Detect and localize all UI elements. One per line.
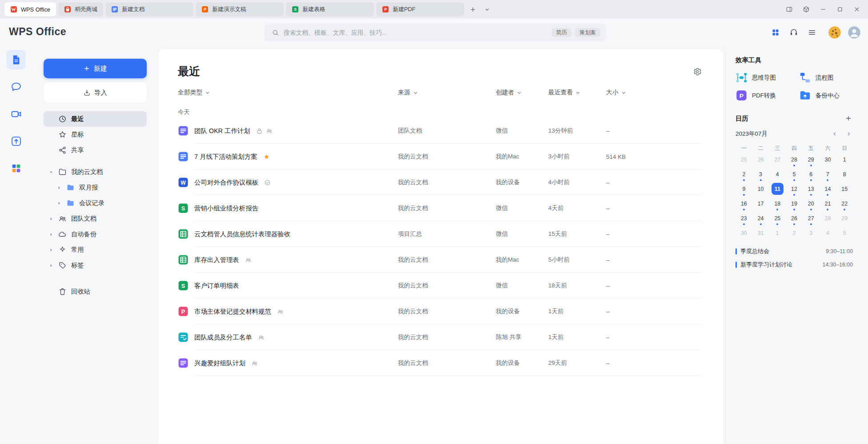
calendar-day[interactable]: 18	[769, 196, 786, 211]
support-button[interactable]	[788, 27, 800, 38]
calendar-day[interactable]: 25	[735, 152, 752, 167]
sidebar-item-meeting-notes[interactable]: 会议记录	[44, 195, 147, 211]
rail-meetings[interactable]	[6, 104, 26, 124]
calendar-day[interactable]: 19	[786, 196, 803, 211]
new-tab-button[interactable]	[467, 4, 478, 15]
rail-docs[interactable]	[6, 50, 26, 69]
tool-pdf-convert[interactable]: P PDF转换	[735, 89, 799, 101]
calendar-day[interactable]: 13	[803, 182, 820, 196]
calendar-day[interactable]: 4	[820, 226, 836, 240]
calendar-day[interactable]: 6	[803, 167, 820, 182]
sidebar-item-bimonthly-report[interactable]: 双月报	[44, 180, 147, 195]
file-row[interactable]: 团队 OKR 工作计划 团队文档 微信 13分钟前 –	[178, 118, 702, 144]
calendar-day[interactable]: 31	[752, 226, 769, 240]
sidebar-item-tags[interactable]: 标签	[44, 258, 147, 273]
calendar-day[interactable]: 9	[735, 182, 752, 196]
window-tab[interactable]: 稻壳商城	[58, 2, 103, 16]
calendar-day[interactable]: 8	[836, 167, 853, 182]
calendar-day[interactable]: 30	[820, 152, 836, 167]
search-input[interactable]	[284, 29, 552, 36]
view-grid-button[interactable]	[770, 27, 781, 38]
calendar-day[interactable]: 23	[735, 211, 752, 226]
import-button[interactable]: 导入	[44, 83, 147, 102]
calendar-day[interactable]: 30	[735, 226, 752, 240]
calendar-day[interactable]: 29	[803, 152, 820, 167]
member-badge[interactable]	[828, 26, 841, 39]
calendar-day[interactable]: 17	[752, 196, 769, 211]
calendar-day[interactable]: 27	[803, 211, 820, 226]
search-tag[interactable]: 简历	[552, 28, 572, 37]
filter-size[interactable]: 大小	[606, 89, 702, 97]
file-row[interactable]: 云文档管人员信息统计表理器验收 项目汇总 微信 15天前 –	[178, 221, 702, 247]
calendar-prev-button[interactable]	[831, 130, 839, 138]
calendar-day[interactable]: 25	[769, 211, 786, 226]
rail-apps[interactable]	[6, 158, 26, 178]
maximize-button[interactable]	[833, 3, 847, 16]
calendar-day[interactable]: 21	[820, 196, 836, 211]
calendar-day[interactable]: 22	[836, 196, 853, 211]
calendar-day[interactable]: 1	[769, 226, 786, 240]
calendar-day[interactable]: 26	[752, 152, 769, 167]
apps-box-button[interactable]	[800, 3, 813, 16]
sidebar-item-frequent[interactable]: 常用	[44, 242, 147, 258]
sidebar-item-team-docs[interactable]: 团队文档	[44, 211, 147, 226]
calendar-day[interactable]: 14	[820, 182, 836, 196]
calendar-event[interactable]: 季度总结会 9:30–11:00	[735, 245, 853, 258]
rail-cloud[interactable]	[6, 131, 26, 151]
window-tab[interactable]: WPS Office	[4, 2, 56, 16]
sidebar-item-my-cloud-docs[interactable]: 我的云文档	[44, 164, 147, 180]
sidebar-item-shared[interactable]: 共享	[44, 142, 147, 158]
tab-list-button[interactable]	[481, 4, 493, 15]
file-row[interactable]: S 客户订单明细表 我的云文档 微信 18天前 –	[178, 273, 702, 299]
window-tab[interactable]: P 新建演示文稿	[196, 2, 284, 16]
search-bar[interactable]: 简历策划案	[265, 24, 606, 41]
file-row[interactable]: S 营销小组业绩分析报告 我的云文档 微信 4天前 –	[178, 195, 702, 221]
tool-mindmap[interactable]: 思维导图	[735, 72, 799, 84]
layout-toggle-button[interactable]	[783, 3, 796, 16]
calendar-day[interactable]: 5	[836, 226, 853, 240]
user-avatar[interactable]	[848, 26, 861, 39]
calendar-day[interactable]: 3	[803, 226, 820, 240]
file-row[interactable]: P 市场主体登记提交材料规范 我的云文档 我的设备 1天前 –	[178, 299, 702, 324]
calendar-day[interactable]: 28	[820, 211, 836, 226]
calendar-day[interactable]: 20	[803, 196, 820, 211]
menu-button[interactable]	[806, 27, 818, 38]
calendar-day[interactable]: 27	[769, 152, 786, 167]
calendar-day[interactable]: 1	[836, 152, 853, 167]
calendar-day[interactable]: 26	[786, 211, 803, 226]
calendar-day[interactable]: 2	[735, 167, 752, 182]
calendar-day[interactable]: 15	[836, 182, 853, 196]
file-row[interactable]: 7 月线下活动策划方案 我的云文档 我的Mac 3小时前 514 KB	[178, 144, 702, 170]
calendar-day[interactable]: 3	[752, 167, 769, 182]
calendar-day[interactable]: 4	[769, 167, 786, 182]
calendar-day[interactable]: 10	[752, 182, 769, 196]
calendar-day[interactable]: 11	[769, 182, 786, 196]
list-settings-button[interactable]	[692, 67, 702, 77]
file-row[interactable]: 团队成员及分工名单 我的云文档 陈旭 共享 1天前 –	[178, 324, 702, 350]
calendar-next-button[interactable]	[845, 130, 853, 138]
sidebar-item-auto-backup[interactable]: 自动备份	[44, 226, 147, 242]
sidebar-item-recent[interactable]: 最近	[44, 111, 147, 127]
calendar-event[interactable]: 新季度学习计划讨论 14:30–16:00	[735, 258, 853, 271]
calendar-day[interactable]: 12	[786, 182, 803, 196]
minimize-button[interactable]	[816, 3, 830, 16]
filter-creator[interactable]: 创建者	[496, 89, 548, 97]
calendar-day[interactable]: 24	[752, 211, 769, 226]
filter-viewed[interactable]: 最近查看	[548, 89, 606, 97]
new-document-button[interactable]: 新建	[44, 59, 147, 78]
calendar-day[interactable]: 2	[786, 226, 803, 240]
window-tab[interactable]: S 新建表格	[286, 2, 374, 16]
tool-backup-center[interactable]: 备份中心	[799, 89, 853, 101]
search-tag[interactable]: 策划案	[575, 28, 600, 37]
tool-flowchart[interactable]: 流程图	[799, 72, 853, 84]
calendar-day[interactable]: 28	[786, 152, 803, 167]
file-row[interactable]: 兴趣爱好组队计划 我的云文档 我的设备 29天前 –	[178, 350, 702, 376]
filter-source[interactable]: 来源	[398, 89, 496, 97]
window-tab[interactable]: 新建文档	[105, 2, 193, 16]
calendar-day[interactable]: 7	[820, 167, 836, 182]
calendar-day[interactable]: 29	[836, 211, 853, 226]
rail-messages[interactable]	[6, 77, 26, 97]
calendar-day[interactable]: 5	[786, 167, 803, 182]
window-tab[interactable]: P 新建PDF	[376, 2, 464, 16]
add-event-button[interactable]	[844, 114, 853, 123]
